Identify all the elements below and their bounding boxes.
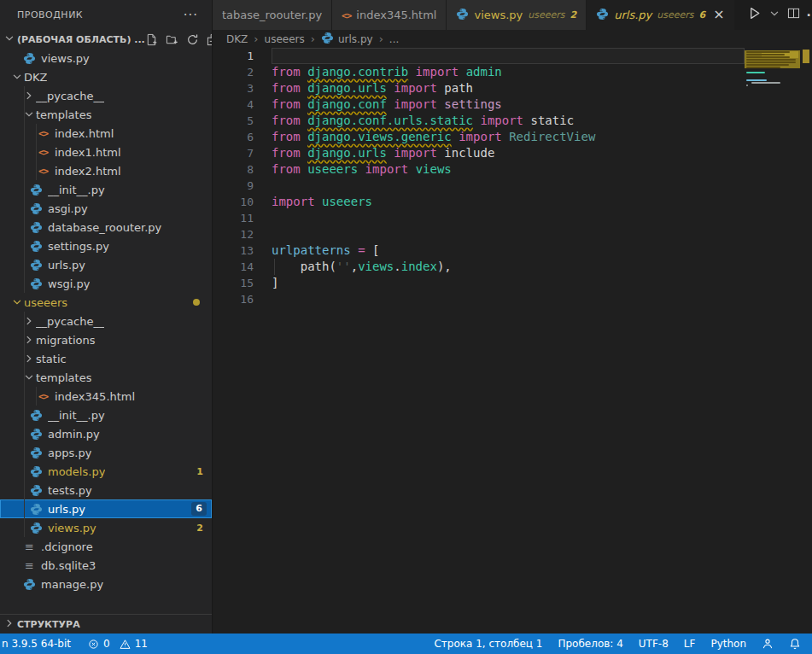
tree-file-apps.py[interactable]: apps.py bbox=[0, 443, 212, 462]
status-language-mode[interactable]: Python bbox=[710, 638, 746, 650]
code-token: useeers bbox=[322, 195, 372, 208]
status-feedback[interactable] bbox=[762, 638, 774, 650]
more-actions-button[interactable]: ··· bbox=[805, 5, 812, 25]
new-file-button[interactable] bbox=[145, 33, 158, 46]
minimap[interactable] bbox=[745, 48, 800, 167]
tree-file-index.html[interactable]: <>index.html bbox=[0, 124, 212, 143]
tree-folder-migrations[interactable]: migrations bbox=[0, 330, 212, 349]
code-token bbox=[358, 162, 365, 176]
breadcrumb: DKZ›useeers›urls.py›... bbox=[213, 30, 812, 48]
breadcrumb-segment[interactable]: ... bbox=[389, 33, 399, 45]
status-problems[interactable]: 011 bbox=[88, 638, 148, 650]
tree-item-label: tests.py bbox=[48, 484, 92, 497]
breadcrumb-segment[interactable]: urls.py bbox=[321, 32, 373, 47]
code-line[interactable]: from django.urls import include bbox=[272, 145, 745, 161]
tab-description: useeers bbox=[528, 9, 564, 20]
tree-file-database_roouter.py[interactable]: database_roouter.py bbox=[0, 218, 212, 236]
tree-file-asgi.py[interactable]: asgi.py bbox=[0, 199, 212, 218]
tab-database-roouter[interactable]: tabase_roouter.py bbox=[213, 0, 332, 30]
tab-urls[interactable]: urls.pyuseeers6× bbox=[587, 0, 734, 30]
code-line[interactable] bbox=[272, 291, 745, 307]
status-indentation[interactable]: Пробелов: 4 bbox=[558, 638, 622, 650]
code-token: from bbox=[272, 65, 307, 79]
code-line[interactable]: from useeers import views bbox=[272, 161, 745, 178]
tree-file-wsgi.py[interactable]: wsgi.py bbox=[0, 274, 212, 293]
breadcrumb-segment[interactable]: useeers bbox=[265, 33, 305, 45]
code-line[interactable]: urlpatterns = [ bbox=[272, 242, 745, 259]
code-line[interactable]: ] bbox=[272, 275, 745, 291]
tree-file-urls.py[interactable]: urls.py bbox=[0, 255, 212, 274]
close-icon[interactable]: × bbox=[710, 9, 724, 21]
collapse-folders-button[interactable] bbox=[207, 33, 213, 46]
python-icon bbox=[29, 484, 44, 497]
tree-folder-templates[interactable]: templates bbox=[0, 368, 212, 387]
minimap-line bbox=[746, 85, 748, 86]
code-line[interactable]: from django.conf.urls.static import stat… bbox=[272, 113, 745, 129]
code-line[interactable] bbox=[272, 48, 745, 64]
code-token: django.views.generic bbox=[307, 130, 452, 143]
new-folder-icon bbox=[166, 33, 178, 46]
code-line[interactable] bbox=[272, 210, 745, 226]
line-number: 13 bbox=[213, 242, 272, 259]
tree-folder-static[interactable]: static bbox=[0, 349, 212, 368]
status-cursor-position[interactable]: Строка 1, столбец 1 bbox=[434, 638, 542, 650]
file-icon: ≡ bbox=[22, 540, 37, 553]
tree-folder-useeers[interactable]: useeers bbox=[0, 293, 212, 312]
tree-file-views.py[interactable]: views.py bbox=[0, 49, 212, 67]
tree-file-manage.py[interactable]: manage.py bbox=[0, 575, 212, 593]
outline-section-header[interactable]: СТРУКТУРА bbox=[0, 614, 212, 634]
code-line[interactable] bbox=[272, 178, 745, 194]
status-notifications[interactable] bbox=[789, 638, 801, 650]
code-area[interactable]: from django.contrib import adminfrom dja… bbox=[272, 48, 745, 307]
tree-file-urls.py[interactable]: urls.py6 bbox=[0, 499, 212, 518]
tab-index345[interactable]: <>index345.html bbox=[332, 0, 447, 30]
refresh-explorer-button[interactable] bbox=[186, 33, 199, 46]
tree-folder-DKZ[interactable]: DKZ bbox=[0, 67, 212, 86]
tree-item-label: index.html bbox=[55, 127, 114, 140]
tree-item-label: .dcignore bbox=[41, 540, 93, 553]
status-python-interpreter[interactable]: n 3.9.5 64-bit bbox=[2, 638, 71, 650]
code-line[interactable]: from django.urls import path bbox=[272, 80, 745, 96]
overview-ruler[interactable] bbox=[800, 48, 812, 634]
minimap-line bbox=[746, 54, 785, 55]
tree-file-index2.html[interactable]: <>index2.html bbox=[0, 161, 212, 180]
python-icon bbox=[29, 522, 44, 534]
new-folder-button[interactable] bbox=[166, 33, 178, 46]
status-eol[interactable]: LF bbox=[684, 638, 696, 650]
tree-file-__init__.py[interactable]: __init__.py bbox=[0, 180, 212, 199]
chevron-right-icon bbox=[22, 315, 36, 327]
workspace-section-header[interactable]: (РАБОЧАЯ ОБЛАСТЬ) ... bbox=[0, 30, 212, 49]
tree-file-.dcignore[interactable]: ≡.dcignore bbox=[0, 537, 212, 556]
code-line[interactable]: from django.conf import settings bbox=[272, 96, 745, 113]
breadcrumb-label: urls.py bbox=[338, 33, 373, 45]
split-editor-button[interactable] bbox=[786, 5, 802, 25]
breadcrumb-segment[interactable]: DKZ bbox=[226, 33, 248, 45]
tree-file-db.sqlite3[interactable]: ≡db.sqlite3 bbox=[0, 556, 212, 575]
code-line[interactable] bbox=[272, 226, 745, 242]
tree-file-index1.html[interactable]: <>index1.html bbox=[0, 143, 212, 161]
tab-views[interactable]: views.pyuseeers2 bbox=[447, 0, 587, 30]
tree-folder-templates[interactable]: templates bbox=[0, 105, 212, 124]
status-encoding[interactable]: UTF-8 bbox=[639, 638, 669, 650]
tree-folder-__pycache__[interactable]: __pycache__ bbox=[0, 312, 212, 330]
run-dropdown-button[interactable] bbox=[767, 5, 782, 25]
tree-file-models.py[interactable]: models.py1 bbox=[0, 462, 212, 481]
code-line[interactable]: from django.views.generic import Redirec… bbox=[272, 129, 745, 145]
python-icon bbox=[596, 8, 609, 23]
code-line[interactable]: path('',views.index), bbox=[272, 259, 745, 275]
tree-file-tests.py[interactable]: tests.py bbox=[0, 481, 212, 499]
tree-file-admin.py[interactable]: admin.py bbox=[0, 424, 212, 443]
html-icon: <> bbox=[36, 147, 50, 158]
tree-file-index345.html[interactable]: <>index345.html bbox=[0, 387, 212, 406]
tree-file-settings.py[interactable]: settings.py bbox=[0, 236, 212, 255]
tree-file-views.py[interactable]: views.py2 bbox=[0, 518, 212, 537]
code-editor[interactable]: 12345678910111213141516 from django.cont… bbox=[213, 48, 812, 634]
code-line[interactable]: from django.contrib import admin bbox=[272, 64, 745, 80]
tab-description: useeers bbox=[657, 9, 693, 20]
explorer-more-actions-icon[interactable]: ··· bbox=[184, 11, 198, 20]
code-line[interactable]: import useeers bbox=[272, 194, 745, 210]
code-token: ), bbox=[437, 260, 452, 273]
run-button[interactable] bbox=[745, 4, 763, 26]
tree-file-__init__.py[interactable]: __init__.py bbox=[0, 406, 212, 424]
tree-folder-__pycache__[interactable]: __pycache__ bbox=[0, 86, 212, 105]
